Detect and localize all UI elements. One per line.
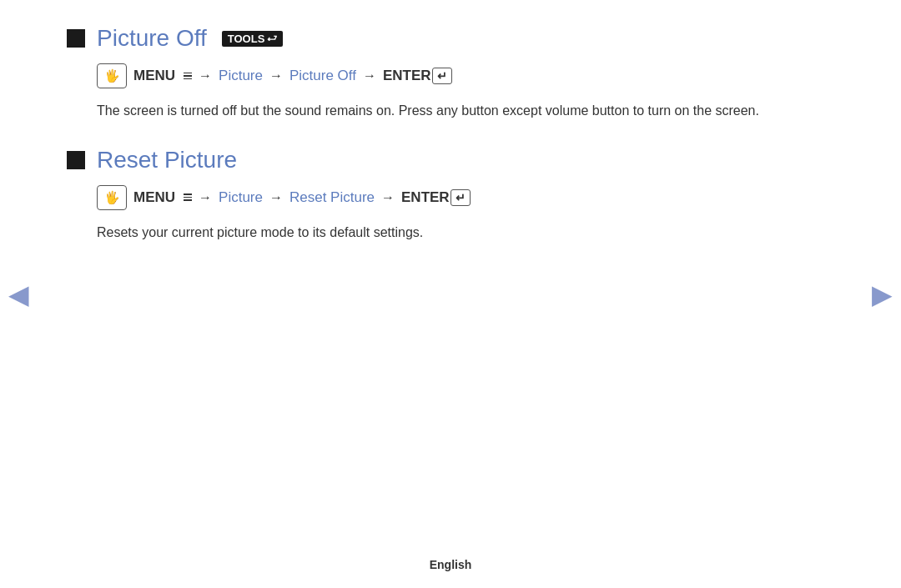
footer-language: English [430, 558, 472, 571]
menu-lines-icon-2 [184, 193, 192, 201]
nav-row-reset-picture: 🖐 MENU → Picture → Reset Picture → ENTER… [97, 185, 768, 210]
nav-row-picture-off: 🖐 MENU → Picture → Picture Off → ENTER↵ [97, 63, 768, 88]
section-title-row-picture-off: Picture Off TOOLS ⮐ [67, 25, 768, 52]
arrow-1a: → [199, 68, 212, 83]
enter-icon-2: ↵ [450, 189, 471, 206]
menu-icon-box-2: 🖐 [97, 185, 127, 210]
bullet-square-reset-picture [67, 151, 85, 169]
description-picture-off: The screen is turned off but the sound r… [97, 100, 768, 122]
nav-step-2-picture: Picture [219, 189, 263, 206]
remote-icon-2: 🖐 [104, 190, 120, 205]
enter-box-1: ENTER↵ [383, 68, 452, 84]
remote-icon-1: 🖐 [104, 68, 120, 83]
arrow-2a: → [199, 190, 212, 205]
nav-prev-button[interactable]: ◀ [8, 279, 29, 310]
section-reset-picture: Reset Picture 🖐 MENU → Picture → Reset P… [67, 147, 768, 244]
arrow-2c: → [381, 190, 395, 205]
description-reset-picture: Resets your current picture mode to its … [97, 222, 768, 244]
menu-lines-icon-1 [184, 73, 192, 80]
section-title-picture-off: Picture Off [97, 25, 207, 52]
menu-icon-box-1: 🖐 [97, 63, 127, 88]
nav-step-1-picture-off: Picture Off [289, 68, 356, 84]
enter-label-1: ENTER [383, 68, 431, 84]
section-title-reset-picture: Reset Picture [97, 147, 237, 173]
arrow-1c: → [363, 68, 376, 83]
bullet-square-picture-off [67, 29, 85, 48]
nav-step-1-picture: Picture [219, 68, 263, 84]
nav-next-button[interactable]: ▶ [872, 279, 893, 310]
menu-label-2: MENU [133, 189, 175, 206]
nav-step-2-reset-picture: Reset Picture [289, 189, 375, 206]
arrow-1b: → [269, 68, 283, 83]
enter-box-2: ENTER↵ [401, 189, 471, 206]
main-content: Picture Off TOOLS ⮐ 🖐 MENU → Picture → P… [0, 0, 834, 293]
menu-label-1: MENU [133, 68, 175, 84]
tools-badge: TOOLS ⮐ [222, 31, 284, 47]
arrow-2b: → [269, 190, 283, 205]
tools-badge-text: TOOLS [228, 33, 265, 45]
section-title-row-reset-picture: Reset Picture [67, 147, 768, 173]
enter-icon-1: ↵ [432, 68, 452, 84]
tools-badge-icon: ⮐ [267, 33, 277, 44]
section-picture-off: Picture Off TOOLS ⮐ 🖐 MENU → Picture → P… [67, 25, 768, 122]
enter-label-2: ENTER [401, 189, 450, 206]
